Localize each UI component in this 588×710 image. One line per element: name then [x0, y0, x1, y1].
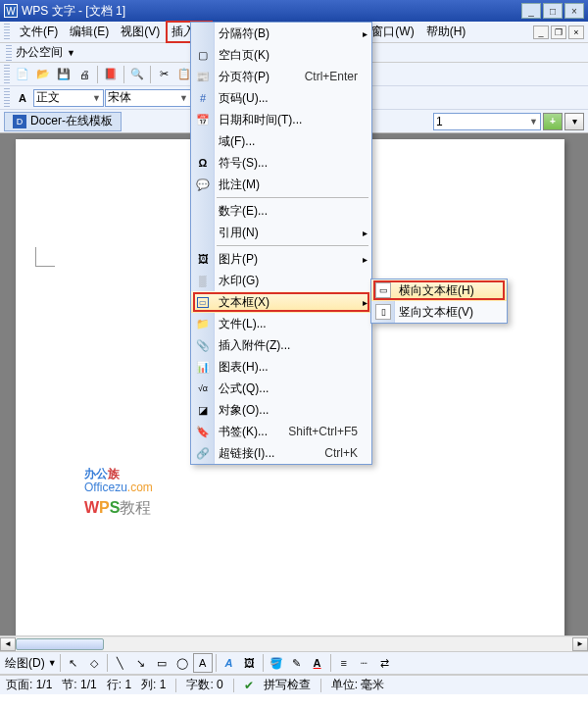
status-spell-check-icon[interactable]: ✔: [244, 679, 254, 692]
drag-handle-icon[interactable]: [4, 88, 10, 108]
line-style-button[interactable]: ≡: [334, 653, 354, 673]
textbox-button[interactable]: A: [193, 653, 213, 673]
tab-menu-button[interactable]: ▾: [564, 113, 584, 130]
submenu-horizontal-textbox[interactable]: ▭ 横向文本框(H): [371, 279, 507, 301]
menu-file[interactable]: 文件(F): [14, 21, 64, 43]
symbol-icon: [195, 155, 211, 171]
tab-name-field[interactable]: 1▼: [433, 113, 541, 130]
status-row: 行: 1: [107, 677, 131, 693]
line-color-button[interactable]: ✎: [287, 653, 307, 673]
menu-symbol[interactable]: 符号(S)...: [191, 152, 371, 174]
textbox-submenu: ▭ 横向文本框(H) ▯ 竖向文本框(V): [370, 279, 508, 324]
menu-view[interactable]: 视图(V): [115, 21, 166, 43]
cut-button[interactable]: ✂: [154, 65, 173, 84]
menu-reference[interactable]: 引用(N)▸: [191, 222, 371, 243]
menu-comment[interactable]: 批注(M): [191, 174, 371, 195]
font-color-button[interactable]: A: [308, 653, 327, 673]
workspace-label[interactable]: 办公空间: [16, 44, 63, 61]
scroll-thumb[interactable]: [16, 638, 104, 650]
style-select[interactable]: 正文▼: [33, 89, 104, 107]
menu-page-break[interactable]: 分页符(P)Ctrl+Enter: [191, 66, 371, 87]
tab-icon: D: [13, 115, 26, 128]
dash-style-button[interactable]: ┈: [355, 653, 374, 673]
font-select[interactable]: 宋体▼: [105, 89, 191, 107]
drag-handle-icon[interactable]: [4, 65, 10, 84]
add-tab-button[interactable]: +: [543, 113, 563, 130]
arrow-button[interactable]: ↘: [131, 653, 151, 673]
status-section: 节: 1/1: [62, 677, 96, 693]
menu-picture[interactable]: 图片(P)▸: [191, 248, 371, 270]
menu-chart[interactable]: 图表(H)...: [191, 356, 371, 378]
app-icon: W: [4, 4, 18, 18]
save-button[interactable]: 💾: [54, 65, 74, 84]
menu-equation[interactable]: 公式(Q)...: [191, 378, 371, 399]
menu-blank-page[interactable]: 空白页(K): [191, 44, 371, 66]
submenu-arrow-icon: ▸: [363, 297, 368, 308]
scroll-left-button[interactable]: ◄: [0, 637, 16, 651]
insert-image-button[interactable]: 🖼: [240, 653, 260, 673]
dropdown-arrow-icon[interactable]: ▼: [67, 48, 75, 58]
menu-window[interactable]: 窗口(W): [366, 21, 419, 43]
menu-attachment[interactable]: 插入附件(Z)...: [191, 334, 371, 356]
arrow-style-button[interactable]: ⇄: [375, 653, 395, 673]
separator: [107, 654, 108, 672]
separator: [123, 66, 124, 83]
drag-handle-icon[interactable]: [4, 24, 10, 41]
print-preview-button[interactable]: 🔍: [127, 65, 147, 84]
menu-page-number[interactable]: 页码(U)...: [191, 87, 371, 109]
blank-page-icon: [195, 47, 211, 63]
fill-color-button[interactable]: 🪣: [267, 653, 286, 673]
separator: [60, 654, 61, 672]
wordart-button[interactable]: A: [220, 653, 239, 673]
submenu-vertical-textbox[interactable]: ▯ 竖向文本框(V): [371, 301, 507, 323]
separator: [150, 66, 151, 83]
print-button[interactable]: 🖨: [74, 65, 94, 84]
close-button[interactable]: ×: [564, 3, 584, 19]
minimize-button[interactable]: _: [521, 3, 541, 19]
horizontal-scrollbar[interactable]: ◄ ►: [0, 635, 588, 651]
status-bar: 页面: 1/1 节: 1/1 行: 1 列: 1 字数: 0 ✔ 拼写检查 单位…: [0, 675, 588, 694]
scroll-right-button[interactable]: ►: [572, 637, 588, 651]
rectangle-button[interactable]: ▭: [152, 653, 172, 673]
export-pdf-button[interactable]: 📕: [101, 65, 121, 84]
doc-close-button[interactable]: ×: [568, 25, 584, 39]
page-break-icon: [195, 69, 211, 84]
styles-button[interactable]: A: [13, 88, 32, 108]
menu-textbox[interactable]: 文本框(X)▸: [191, 291, 371, 313]
drawing-toolbar: 绘图(D) ▼ ↖ ◇ ╲ ↘ ▭ ◯ A A 🖼 🪣 ✎ A ≡ ┈ ⇄: [0, 651, 588, 675]
menu-field[interactable]: 域(F)...: [191, 130, 371, 152]
menu-edit[interactable]: 编辑(E): [64, 21, 115, 43]
file-icon: [195, 316, 211, 331]
menu-object[interactable]: 对象(O)...: [191, 399, 371, 421]
draw-menu[interactable]: 绘图(D): [5, 655, 45, 672]
menu-help[interactable]: 帮助(H): [420, 21, 472, 43]
status-spell-check[interactable]: 拼写检查: [264, 677, 311, 693]
autoshapes-button[interactable]: ◇: [84, 653, 104, 673]
doc-minimize-button[interactable]: _: [533, 25, 549, 39]
line-button[interactable]: ╲: [111, 653, 130, 673]
oval-button[interactable]: ◯: [172, 653, 192, 673]
status-page: 页面: 1/1: [6, 677, 52, 693]
menu-bookmark[interactable]: 书签(K)...Shift+Ctrl+F5: [191, 421, 371, 442]
tab-docer-templates[interactable]: D Docer-在线模板: [4, 112, 122, 131]
open-button[interactable]: 📂: [33, 65, 53, 84]
doc-restore-button[interactable]: ❐: [551, 25, 566, 39]
menu-watermark[interactable]: 水印(G): [191, 270, 371, 291]
page-margin-indicator: [35, 247, 55, 267]
vertical-textbox-icon: ▯: [375, 304, 391, 320]
menu-break[interactable]: 分隔符(B)▸: [191, 23, 371, 44]
scroll-track[interactable]: [16, 637, 572, 651]
drag-handle-icon[interactable]: [6, 45, 12, 61]
menu-number[interactable]: 数字(E)...: [191, 200, 371, 222]
select-objects-button[interactable]: ↖: [64, 653, 83, 673]
new-button[interactable]: 📄: [13, 65, 32, 84]
menu-hyperlink[interactable]: 超链接(I)...Ctrl+K: [191, 442, 371, 464]
bookmark-icon: [195, 424, 211, 439]
status-unit[interactable]: 单位: 毫米: [331, 677, 385, 693]
equation-icon: [195, 380, 211, 396]
maximize-button[interactable]: □: [543, 3, 563, 19]
comment-icon: [195, 177, 211, 192]
hyperlink-icon: [195, 445, 211, 461]
menu-file[interactable]: 文件(L)...: [191, 313, 371, 334]
menu-date-time[interactable]: 日期和时间(T)...: [191, 109, 371, 130]
